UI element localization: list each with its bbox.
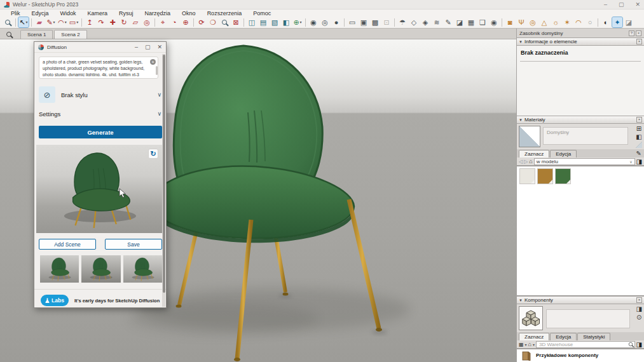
style-builder-icon[interactable]: ◐ <box>601 17 611 27</box>
caret-down-icon[interactable]: ▾ <box>533 342 535 347</box>
look-around-icon[interactable]: ◎ <box>320 17 330 27</box>
move-tool-icon[interactable]: ✚ <box>107 17 118 27</box>
component-description-field[interactable] <box>546 309 630 328</box>
caret-down-icon[interactable]: ▾ <box>76 17 78 27</box>
forward-arrow-icon[interactable]: ▷ <box>524 159 528 164</box>
clear-prompt-icon[interactable]: × <box>150 59 156 65</box>
back-arrow-icon[interactable]: ◁ <box>519 159 523 164</box>
lamp-shape-icon[interactable]: ☼ <box>551 17 561 27</box>
caret-down-icon[interactable]: ▾ <box>26 17 28 27</box>
entity-info-header[interactable]: ▼ Informacje o elemencie × <box>517 37 644 46</box>
xray-mode-icon[interactable]: ◫ <box>247 17 257 27</box>
caret-down-icon[interactable]: ▾ <box>300 17 302 27</box>
labs-badge[interactable]: Labs <box>41 295 69 306</box>
secondary-pane-icon[interactable]: ◨ <box>636 305 642 312</box>
menu-edycja[interactable]: Edycja <box>26 10 55 17</box>
search-icon[interactable] <box>628 342 632 346</box>
materials-window-icon[interactable]: ▣ <box>359 17 369 27</box>
components-tab-select[interactable]: Zaznacz <box>519 333 549 340</box>
collapse-arrow-icon[interactable]: ▼ <box>519 298 523 302</box>
push-pull-tool-icon[interactable]: ↥ <box>85 17 95 27</box>
menu-plik[interactable]: Plik <box>5 10 26 17</box>
components-close-icon[interactable]: × <box>636 297 642 303</box>
send-to-layout-icon[interactable]: ◪ <box>624 17 634 27</box>
tape-measure-tool-icon[interactable]: ⌖ <box>158 17 168 27</box>
select-tool-icon[interactable]: ↖▾ <box>18 17 29 27</box>
starburst-shape-icon[interactable]: ✶ <box>562 17 572 27</box>
view-options-icon[interactable]: ⊙ <box>636 314 641 321</box>
details-pane-icon[interactable]: ◨ <box>636 341 642 348</box>
grid-icon[interactable]: ▦ <box>466 17 476 27</box>
arc-tool-icon[interactable]: ◠▾ <box>57 17 67 27</box>
secondary-pane-icon[interactable]: ◨ <box>636 158 642 165</box>
line-tool-icon[interactable]: ✎▾ <box>46 17 56 27</box>
generated-preview[interactable]: ↻ <box>36 145 162 233</box>
material-name-field[interactable]: Domyślny <box>543 127 628 145</box>
diffusion-scrollbar[interactable] <box>162 54 165 307</box>
prompt-scrollbar[interactable] <box>156 66 158 75</box>
material-gold[interactable] <box>537 168 553 184</box>
menu-rysuj[interactable]: Rysuj <box>113 10 139 17</box>
section-plane-icon[interactable]: ◪ <box>455 17 465 27</box>
menu-narz-dzia[interactable]: Narzędzia <box>139 10 177 17</box>
menu-okno[interactable]: Okno <box>176 10 202 17</box>
orbit-tool-icon[interactable]: ⟳ <box>196 17 207 27</box>
offset-tool-icon[interactable]: ◎ <box>142 17 152 27</box>
model-info-window-icon[interactable]: ▭ <box>347 17 357 27</box>
style-selector[interactable]: ⊘ Brak stylu ∨ <box>39 85 161 104</box>
menu-rozszerzenia[interactable]: Rozszerzenia <box>202 10 248 17</box>
tray-help-icon[interactable]: ? <box>629 30 634 36</box>
view-grid-icon[interactable]: ▦ <box>519 341 524 348</box>
settings-selector[interactable]: Settings ∨ <box>39 108 161 119</box>
follow-me-tool-icon[interactable]: ↷ <box>96 17 106 27</box>
protractor-tool-icon[interactable]: ◔ <box>169 17 179 27</box>
collapse-arrow-icon[interactable]: ▼ <box>519 118 523 122</box>
materials-close-icon[interactable]: × <box>636 117 642 123</box>
create-material-icon[interactable]: ⊞ <box>636 125 641 132</box>
xray-cube-icon[interactable]: ◇ <box>409 17 419 27</box>
chevron-down-icon[interactable]: ∨ <box>157 111 161 117</box>
generated-variant-3[interactable] <box>123 255 162 283</box>
menu-widok[interactable]: Widok <box>55 10 82 17</box>
materials-tab-select[interactable]: Zaznacz <box>519 150 549 158</box>
material-default-white[interactable] <box>519 168 535 184</box>
refresh-icon[interactable]: ↻ <box>148 149 158 159</box>
sketchy-edges-icon[interactable]: ✎ <box>443 17 453 27</box>
home-icon[interactable]: ⌂ <box>528 341 531 347</box>
menu-pomoc[interactable]: Pomoc <box>247 10 277 17</box>
generated-variant-2[interactable] <box>81 255 120 283</box>
component-pair-icon[interactable]: ❏ <box>477 17 488 27</box>
sphere-shape-icon[interactable]: ○ <box>585 17 595 27</box>
add-scene-button[interactable]: Add Scene <box>39 239 96 250</box>
warehouse-search-input[interactable] <box>538 342 628 347</box>
minimize-button[interactable]: – <box>604 2 607 8</box>
home-icon[interactable]: ⌂ <box>529 158 532 164</box>
collapse-arrow-icon[interactable]: ▼ <box>519 40 523 44</box>
diffusion-maximize-icon[interactable]: ▢ <box>145 44 151 50</box>
textured-mode-icon[interactable]: ◧ <box>281 17 291 27</box>
lock-icon[interactable]: ⊡ <box>381 17 392 27</box>
diffusion-title-bar[interactable]: Diffusion – ▢ ✕ <box>34 42 166 53</box>
generated-variant-1[interactable] <box>40 255 79 283</box>
pan-tool-icon[interactable]: ❍ <box>208 17 218 27</box>
zoom-tool-icon[interactable] <box>219 17 230 27</box>
wireframe-mode-icon[interactable]: ▤ <box>258 17 268 27</box>
eyedropper-icon[interactable]: ✎ <box>636 150 641 157</box>
prompt-field[interactable]: a photo of a chair, green velvet seating… <box>39 57 158 79</box>
components-tab-statistics[interactable]: Statystyki <box>577 333 610 340</box>
paint-with-material-icon[interactable]: ◧ <box>636 133 641 140</box>
shadows-toggle-icon[interactable]: ☂ <box>397 17 408 27</box>
caret-down-icon[interactable]: ▾ <box>65 17 67 27</box>
walk-tool-icon[interactable]: ● <box>331 17 341 27</box>
diffusion-minimize-icon[interactable]: – <box>135 44 138 50</box>
scale-tool-icon[interactable]: ▱ <box>130 17 140 27</box>
zoom-extents-icon[interactable]: ⊠ <box>231 17 241 27</box>
close-button[interactable]: ✕ <box>635 2 640 8</box>
sample-component-thumbnail[interactable] <box>521 351 531 361</box>
rotate-tool-icon[interactable]: ↻ <box>119 17 129 27</box>
components-tab-edit[interactable]: Edycja <box>550 333 577 340</box>
materials-header[interactable]: ▼ Materiały × <box>517 116 644 124</box>
menu-kamera[interactable]: Kamera <box>82 10 114 17</box>
cone-shape-icon[interactable]: △ <box>539 17 549 27</box>
materials-tab-edit[interactable]: Edycja <box>550 150 577 158</box>
